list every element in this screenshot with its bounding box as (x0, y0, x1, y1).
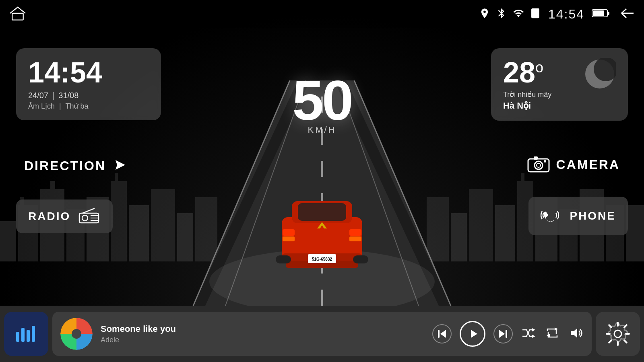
svg-rect-52 (276, 255, 291, 263)
weather-description: Trời nhiều mây (503, 90, 551, 99)
direction-arrow-icon (112, 157, 128, 175)
svg-marker-56 (116, 160, 125, 170)
svg-text:51G-65832: 51G-65832 (312, 257, 332, 261)
player-extras (521, 326, 584, 342)
main-background: 50 KM/H 51G-65832 (0, 0, 644, 306)
repeat-button[interactable] (545, 326, 559, 342)
weather-widget[interactable]: 28o Trời nhiều mây Hà Nội (491, 48, 628, 121)
status-time: 14:54 (548, 7, 584, 22)
svg-rect-68 (16, 332, 19, 342)
svg-rect-60 (534, 156, 538, 160)
prev-button[interactable] (432, 324, 452, 343)
play-button[interactable] (460, 321, 485, 347)
clock-lunar-date: 31/08 (58, 91, 78, 100)
svg-line-63 (83, 208, 95, 213)
svg-rect-5 (607, 12, 609, 15)
svg-point-58 (535, 161, 543, 169)
svg-marker-81 (571, 328, 577, 338)
clock-date-divider: | (52, 91, 54, 100)
svg-point-64 (82, 215, 88, 221)
player-controls (432, 321, 513, 347)
bluetooth-icon (496, 8, 507, 21)
svg-point-59 (537, 163, 541, 167)
music-bars-icon (14, 324, 38, 344)
radio-button[interactable]: RADIO (16, 200, 113, 233)
player-bar: Someone like you Adele (52, 312, 592, 356)
svg-rect-42 (298, 203, 346, 221)
svg-marker-74 (471, 330, 477, 338)
status-icons (479, 8, 541, 21)
clock-widget[interactable]: 14:54 24/07 | 31/08 Âm Lịch | Thứ ba (16, 48, 161, 120)
camera-icon (527, 155, 550, 174)
music-app-button[interactable] (4, 312, 48, 356)
svg-marker-72 (440, 330, 446, 338)
phone-icon (541, 205, 561, 227)
direction-label: DIRECTION (24, 158, 106, 173)
direction-button[interactable]: DIRECTION (24, 157, 128, 175)
clock-gregorian: 24/07 (28, 91, 48, 100)
bottom-bar: Someone like you Adele (0, 306, 644, 362)
svg-rect-45 (283, 237, 295, 241)
home-button[interactable] (8, 6, 27, 23)
svg-rect-73 (438, 330, 440, 338)
status-right: 14:54 (479, 6, 636, 22)
weather-info: 28o Trời nhiều mây Hà Nội (503, 58, 551, 111)
song-artist: Adele (101, 336, 424, 344)
phone-button[interactable]: PHONE (528, 197, 628, 235)
svg-marker-75 (499, 330, 505, 338)
weather-moon-icon (584, 58, 616, 90)
camera-button[interactable]: CAMERA (527, 155, 620, 174)
svg-rect-71 (32, 326, 35, 342)
speed-display: 50 KM/H (292, 72, 352, 135)
svg-marker-77 (532, 328, 535, 331)
clock-time: 14:54 (28, 58, 149, 87)
sim-icon (530, 8, 541, 21)
gear-icon (606, 322, 630, 346)
svg-rect-76 (506, 330, 507, 338)
svg-rect-4 (593, 10, 604, 16)
volume-button[interactable] (569, 326, 584, 342)
camera-label: CAMERA (556, 157, 620, 172)
radio-label: RADIO (28, 210, 70, 223)
svg-rect-70 (27, 330, 30, 342)
svg-rect-69 (21, 328, 25, 342)
song-info: Someone like you Adele (101, 324, 424, 344)
status-bar: 14:54 (0, 0, 644, 28)
shuffle-button[interactable] (521, 326, 535, 342)
back-button[interactable] (617, 6, 636, 22)
car-graphic: 51G-65832 (270, 193, 374, 274)
phone-label: PHONE (570, 210, 616, 222)
svg-rect-44 (283, 229, 295, 236)
svg-point-82 (614, 330, 621, 337)
svg-point-61 (544, 160, 546, 162)
settings-button[interactable] (596, 312, 640, 356)
clock-lunar-label: Âm Lịch | Thứ ba (28, 102, 149, 111)
svg-rect-47 (349, 237, 361, 241)
clock-date: 24/07 | 31/08 (28, 91, 149, 100)
svg-rect-53 (353, 255, 368, 263)
battery-icon (592, 8, 610, 20)
wifi-icon (513, 8, 524, 21)
speed-value: 50 (292, 72, 352, 129)
svg-rect-46 (349, 229, 361, 236)
radio-icon (78, 208, 99, 225)
album-art (60, 318, 93, 350)
next-button[interactable] (493, 324, 513, 343)
svg-marker-78 (532, 335, 535, 338)
svg-rect-1 (532, 8, 539, 18)
weather-temperature: 28o (503, 58, 551, 87)
location-icon (479, 8, 490, 21)
svg-rect-0 (12, 13, 23, 20)
weather-city: Hà Nội (503, 101, 551, 111)
song-title: Someone like you (101, 324, 424, 334)
